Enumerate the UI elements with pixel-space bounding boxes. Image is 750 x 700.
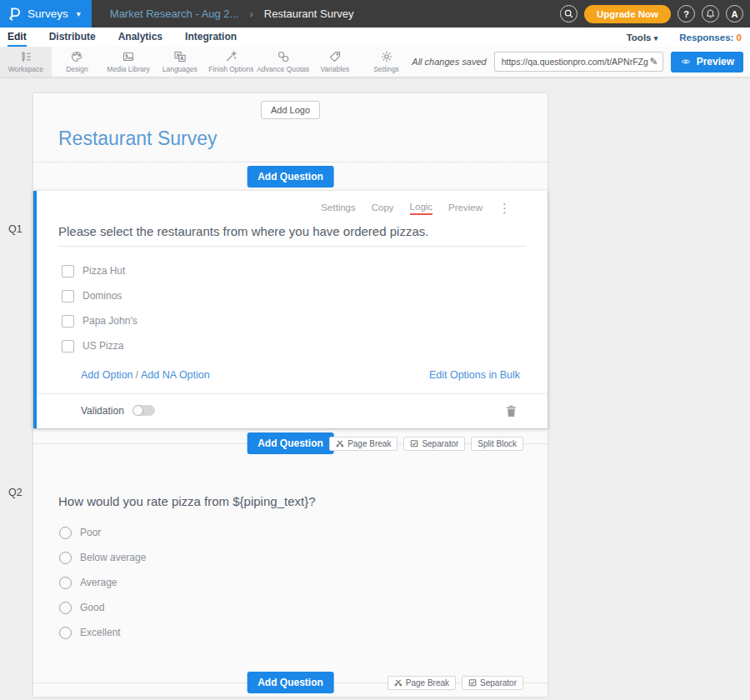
survey-canvas: Q1 Q2 Add Logo Restaurant Survey Add Que…	[0, 77, 750, 700]
add-question-button[interactable]: Add Question	[247, 432, 334, 454]
add-option-link[interactable]: Add Option	[81, 369, 133, 381]
question-1-text[interactable]: Please select the restaurants from where…	[58, 224, 526, 247]
option-label[interactable]: Good	[80, 602, 104, 613]
option-label[interactable]: Pizza Hut	[82, 265, 125, 277]
question-preview-action[interactable]: Preview	[448, 202, 482, 214]
page-break-icon	[336, 439, 344, 448]
edit-url-pencil-icon[interactable]: ✎	[650, 56, 658, 68]
edit-options-in-bulk-link[interactable]: Edit Options in Bulk	[429, 369, 520, 381]
questionpro-app: Surveys ▾ Market Research - Aug 2... › R…	[0, 0, 750, 700]
tab-analytics[interactable]: Analytics	[118, 28, 162, 47]
option-label[interactable]: Poor	[80, 527, 101, 538]
tool-finish-options[interactable]: Finish Options	[206, 47, 258, 77]
split-block-button[interactable]: Split Block	[471, 437, 523, 451]
tool-label: Advance Quotas	[257, 65, 309, 73]
search-icon	[563, 8, 574, 19]
separator-button[interactable]: Separator	[462, 676, 523, 690]
question-2-card: How would you rate pizza from ${piping_t…	[33, 458, 548, 697]
insert-strip-top: Add Question	[33, 162, 548, 191]
radio-button[interactable]	[59, 627, 72, 639]
responses-label: Responses:	[679, 32, 733, 42]
chevron-down-icon: ▾	[77, 9, 81, 18]
preview-button[interactable]: Preview	[671, 52, 743, 72]
option-label[interactable]: Dominos	[82, 290, 122, 302]
breadcrumb-folder[interactable]: Market Research - Aug 2...	[110, 8, 239, 20]
tools-label: Tools	[627, 32, 652, 42]
tool-languages[interactable]: Languages	[154, 47, 206, 77]
help-button[interactable]: ?	[678, 5, 695, 22]
tool-label: Workspace	[8, 65, 43, 73]
tab-edit[interactable]: Edit	[8, 28, 27, 47]
tool-design[interactable]: Design	[52, 47, 103, 77]
tab-integration[interactable]: Integration	[185, 28, 237, 47]
add-na-option-link[interactable]: Add NA Option	[141, 369, 210, 381]
radio-button[interactable]	[59, 527, 72, 539]
question-2-options: Poor Below average Average Good	[33, 508, 548, 645]
option-label[interactable]: Average	[80, 577, 117, 588]
delete-question-button[interactable]	[506, 404, 517, 417]
tools-menu[interactable]: Tools ▾	[627, 32, 658, 42]
question-mark-icon: ?	[683, 9, 689, 19]
checkbox[interactable]	[62, 290, 74, 302]
tool-variables[interactable]: Variables	[309, 47, 361, 77]
responses-count[interactable]: Responses: 0	[679, 32, 742, 42]
tab-distribute[interactable]: Distribute	[49, 28, 96, 47]
responses-value: 0	[737, 32, 742, 42]
insert-tools-group: Page Break Separator Split Block	[329, 437, 523, 451]
upgrade-now-button[interactable]: Upgrade Now	[584, 5, 671, 23]
option-label[interactable]: Below average	[80, 552, 146, 563]
breadcrumb-current: Restaurant Survey	[264, 8, 354, 20]
question-1-card: Settings Copy Logic Preview ⋮ Please sel…	[33, 191, 548, 428]
question-settings-action[interactable]: Settings	[321, 202, 356, 214]
search-button[interactable]	[560, 5, 578, 22]
kebab-menu-icon[interactable]: ⋮	[498, 204, 511, 212]
page-break-button[interactable]: Page Break	[388, 676, 456, 690]
survey-title[interactable]: Restaurant Survey	[58, 128, 217, 149]
validation-toggle[interactable]	[132, 405, 155, 416]
question-2-text[interactable]: How would you rate pizza from ${piping_t…	[58, 494, 522, 508]
option-row: Poor	[59, 520, 548, 545]
insert-tools-group: Page Break Separator	[388, 676, 523, 690]
page-break-button[interactable]: Page Break	[329, 437, 398, 451]
option-label[interactable]: Excellent	[80, 627, 121, 638]
checkbox[interactable]	[62, 265, 74, 278]
option-row: Below average	[59, 545, 548, 570]
question-copy-action[interactable]: Copy	[372, 202, 394, 214]
add-question-button[interactable]: Add Question	[247, 672, 334, 693]
tool-settings[interactable]: Settings	[361, 47, 412, 77]
question-logic-action[interactable]: Logic	[410, 202, 433, 215]
separator-icon	[410, 439, 418, 448]
validation-label: Validation	[81, 405, 124, 417]
save-status: All changes saved	[412, 57, 486, 67]
add-question-button[interactable]: Add Question	[247, 166, 334, 188]
option-label[interactable]: US Pizza	[82, 340, 123, 352]
media-library-icon	[122, 50, 135, 63]
add-logo-button[interactable]: Add Logo	[261, 101, 320, 119]
radio-button[interactable]	[59, 552, 72, 564]
tool-advance-quotas[interactable]: Advance Quotas	[257, 47, 309, 77]
tool-workspace[interactable]: Workspace	[0, 47, 52, 77]
radio-button[interactable]	[59, 577, 72, 589]
breadcrumb: Market Research - Aug 2... › Restaurant …	[110, 8, 354, 20]
insert-strip-bottom: Add Question Page Break Separator	[33, 668, 548, 697]
notifications-button[interactable]	[702, 5, 719, 22]
avatar-initial: A	[732, 9, 738, 19]
separator-button[interactable]: Separator	[403, 437, 465, 451]
checkbox[interactable]	[62, 340, 74, 352]
workspace-icon	[19, 50, 32, 63]
toolbar-right: All changes saved ✎ Preview	[412, 47, 750, 77]
survey-nav: Edit Distribute Analytics Integration To…	[0, 28, 750, 48]
product-menu[interactable]: Surveys ▾	[0, 0, 92, 28]
radio-button[interactable]	[59, 602, 72, 614]
tool-label: Finish Options	[208, 65, 253, 73]
survey-url-input[interactable]	[500, 56, 650, 68]
separator-label: Separator	[422, 439, 458, 448]
account-avatar[interactable]: A	[726, 5, 743, 22]
checkbox[interactable]	[62, 315, 74, 328]
option-label[interactable]: Papa John's	[82, 315, 138, 327]
option-row: Average	[59, 570, 548, 595]
page-break-label: Page Break	[406, 678, 449, 688]
question-2-index: Q2	[8, 487, 22, 498]
split-block-label: Split Block	[478, 439, 517, 448]
tool-media-library[interactable]: Media Library	[102, 47, 154, 77]
